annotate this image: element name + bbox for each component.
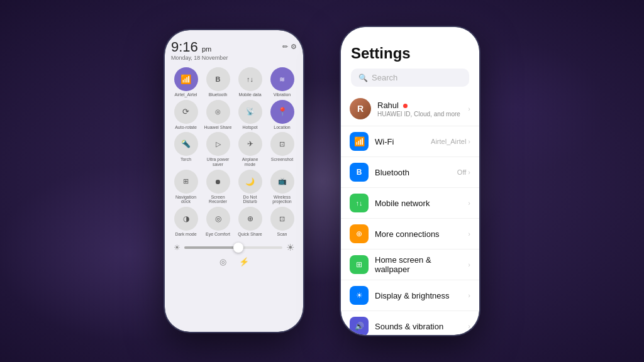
sounds-settings-icon: 🔊 bbox=[350, 317, 369, 335]
brightness-thumb[interactable] bbox=[233, 243, 243, 253]
scan-btn[interactable]: ⊡ bbox=[270, 207, 294, 231]
settings-header: Settings 🔍 Search bbox=[341, 27, 479, 92]
mobile-network-right: › bbox=[468, 199, 470, 207]
auto-rotate-btn[interactable]: ⟳ bbox=[174, 100, 198, 124]
dark-mode-btn[interactable]: ◑ bbox=[174, 207, 198, 231]
toggle-eye-comfort[interactable]: ◎ Eye Comfort bbox=[203, 207, 233, 237]
scan-label: Scan bbox=[277, 232, 287, 237]
wifi-label: Airtel_Airtel bbox=[175, 92, 197, 97]
toggle-airplane[interactable]: ✈ Airplane mode bbox=[235, 132, 265, 167]
date-display: Monday, 18 November bbox=[171, 55, 228, 61]
nav-dock-btn[interactable]: ⊞ bbox=[174, 170, 198, 194]
airplane-btn[interactable]: ✈ bbox=[238, 132, 262, 156]
display-right: › bbox=[468, 292, 470, 299]
toggle-torch[interactable]: 🔦 Torch bbox=[171, 132, 201, 167]
clock-display: 9:16 pm bbox=[171, 40, 228, 54]
toggle-bluetooth[interactable]: B Bluetooth bbox=[203, 67, 233, 97]
toggle-screen-rec[interactable]: ⏺ Screen Recorder bbox=[203, 170, 233, 204]
dnd-label: Do Not Disturb bbox=[236, 195, 264, 204]
screenshot-btn[interactable]: ⊡ bbox=[270, 132, 294, 156]
toggle-vibration[interactable]: ≋ Vibration bbox=[267, 67, 297, 97]
wifi-settings-icon: 📶 bbox=[350, 132, 369, 151]
toggle-wireless-proj[interactable]: 📺 Wireless projection bbox=[267, 170, 297, 204]
settings-item-more-connections[interactable]: ⊕ More connections › bbox=[341, 219, 479, 250]
profile-name: Rahul bbox=[377, 101, 462, 110]
more-connections-content: More connections bbox=[375, 229, 462, 239]
eye-comfort-btn[interactable]: ◎ bbox=[206, 207, 230, 231]
wifi-value: Airtel_Airtel bbox=[431, 138, 466, 145]
toggle-wifi[interactable]: 📶 Airtel_Airtel bbox=[171, 67, 201, 97]
toggle-dark-mode[interactable]: ◑ Dark mode bbox=[171, 207, 201, 237]
toggle-location[interactable]: 📍 Location bbox=[267, 100, 297, 130]
notification-dot bbox=[403, 104, 408, 108]
bluetooth-label: Bluetooth bbox=[209, 92, 228, 97]
mobile-network-content: Mobile network bbox=[375, 199, 462, 208]
search-bar[interactable]: 🔍 Search bbox=[351, 69, 469, 87]
brightness-slider[interactable] bbox=[184, 246, 282, 249]
bluetooth-btn[interactable]: B bbox=[206, 67, 230, 91]
settings-item-profile[interactable]: R Rahul HUAWEI ID, Cloud, and more › bbox=[341, 92, 479, 126]
profile-content: Rahul HUAWEI ID, Cloud, and more bbox=[377, 101, 462, 118]
flash-nav-icon[interactable]: ⚡ bbox=[239, 257, 249, 266]
screenshot-label: Screenshot bbox=[271, 157, 293, 162]
settings-item-bluetooth[interactable]: B Bluetooth Off › bbox=[341, 157, 479, 188]
toggle-scan[interactable]: ⊡ Scan bbox=[267, 207, 297, 237]
mobile-data-btn[interactable]: ↑↓ bbox=[238, 67, 262, 91]
search-placeholder: Search bbox=[372, 73, 397, 82]
toggle-dnd[interactable]: 🌙 Do Not Disturb bbox=[235, 170, 265, 204]
dark-mode-label: Dark mode bbox=[175, 232, 196, 237]
bluetooth-settings-icon: B bbox=[350, 163, 369, 182]
hotspot-btn[interactable]: 📡 bbox=[238, 100, 262, 124]
ultra-power-btn[interactable]: ▷ bbox=[206, 132, 230, 156]
settings-screen: Settings 🔍 Search R Rahul HUAWEI ID, Clo… bbox=[341, 27, 479, 335]
brightness-high-icon: ☀ bbox=[286, 242, 294, 253]
toggle-ultra-power[interactable]: ▷ Ultra power saver bbox=[203, 132, 233, 167]
toggle-mobile-data[interactable]: ↑↓ Mobile data bbox=[235, 67, 265, 97]
dnd-btn[interactable]: 🌙 bbox=[238, 170, 262, 194]
status-bar: 9:16 pm Monday, 18 November ✏ ⚙ bbox=[171, 40, 297, 61]
toggle-auto-rotate[interactable]: ⟳ Auto-rotate bbox=[171, 100, 201, 130]
home-screen-content: Home screen & wallpaper bbox=[375, 255, 462, 274]
bluetooth-right: Off › bbox=[457, 168, 470, 176]
sounds-label: Sounds & vibration bbox=[375, 322, 462, 331]
bluetooth-value: Off bbox=[457, 168, 466, 176]
sounds-chevron-icon: › bbox=[468, 322, 470, 330]
mobile-network-settings-icon: ↑↓ bbox=[350, 194, 369, 212]
wifi-right: Airtel_Airtel › bbox=[431, 138, 470, 145]
wireless-proj-btn[interactable]: 📺 bbox=[270, 170, 294, 194]
screen-rec-btn[interactable]: ⏺ bbox=[206, 170, 230, 194]
home-nav-icon[interactable]: ◎ bbox=[219, 257, 226, 266]
mobile-data-label: Mobile data bbox=[238, 92, 261, 97]
toggle-quick-share[interactable]: ⊕ Quick Share bbox=[235, 207, 265, 237]
toggle-screenshot[interactable]: ⊡ Screenshot bbox=[267, 132, 297, 167]
settings-item-mobile-network[interactable]: ↑↓ Mobile network › bbox=[341, 188, 479, 219]
toggle-hotspot[interactable]: 📡 Hotspot bbox=[235, 100, 265, 130]
settings-item-home-screen[interactable]: ⊞ Home screen & wallpaper › bbox=[341, 250, 479, 280]
wifi-btn[interactable]: 📶 bbox=[174, 67, 198, 91]
huawei-share-btn[interactable]: ◎ bbox=[206, 100, 230, 124]
vibration-btn[interactable]: ≋ bbox=[270, 67, 294, 91]
wifi-chevron-icon: › bbox=[468, 138, 470, 145]
toggle-nav-dock[interactable]: ⊞ Navigation dock bbox=[171, 170, 201, 204]
settings-list: R Rahul HUAWEI ID, Cloud, and more › 📶 W… bbox=[341, 92, 479, 335]
brightness-fill bbox=[184, 246, 238, 249]
quick-share-btn[interactable]: ⊕ bbox=[238, 207, 262, 231]
hotspot-label: Hotspot bbox=[242, 125, 257, 130]
wifi-label: Wi-Fi bbox=[375, 137, 425, 146]
more-connections-right: › bbox=[468, 230, 470, 238]
settings-item-display[interactable]: ☀ Display & brightness › bbox=[341, 280, 479, 311]
torch-label: Torch bbox=[180, 157, 191, 162]
bottom-nav: ◎ ⚡ bbox=[171, 257, 297, 269]
display-chevron-icon: › bbox=[468, 292, 470, 299]
left-phone: 9:16 pm Monday, 18 November ✏ ⚙ 📶 Airtel… bbox=[165, 30, 303, 332]
brightness-control[interactable]: ☀ ☀ bbox=[171, 242, 297, 253]
settings-item-sounds[interactable]: 🔊 Sounds & vibration › bbox=[341, 311, 479, 335]
time-block: 9:16 pm Monday, 18 November bbox=[171, 40, 228, 61]
settings-item-wifi[interactable]: 📶 Wi-Fi Airtel_Airtel › bbox=[341, 126, 479, 157]
display-label: Display & brightness bbox=[375, 291, 462, 300]
profile-avatar: R bbox=[350, 98, 371, 119]
wireless-proj-label: Wireless projection bbox=[269, 195, 296, 204]
toggle-huawei-share[interactable]: ◎ Huawei Share bbox=[203, 100, 233, 130]
torch-btn[interactable]: 🔦 bbox=[174, 132, 198, 156]
location-btn[interactable]: 📍 bbox=[270, 100, 294, 124]
